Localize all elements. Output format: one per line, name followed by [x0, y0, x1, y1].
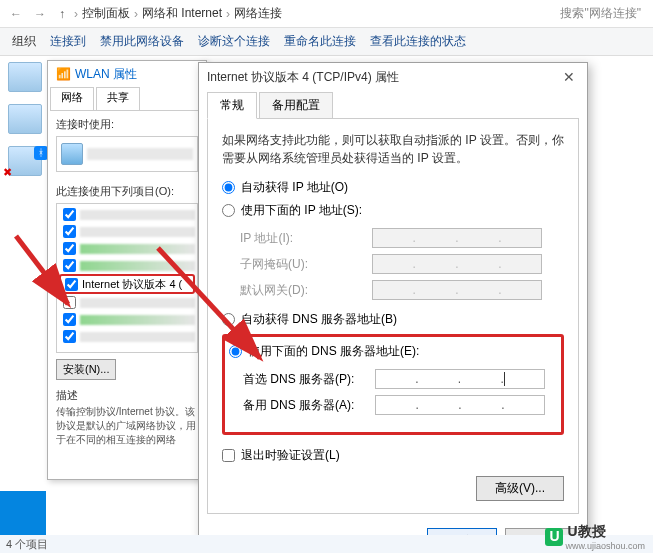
taskbar-fragment — [0, 491, 46, 535]
watermark-logo-icon — [545, 528, 563, 546]
input-mask: ... — [372, 254, 542, 274]
crumb-network-connections[interactable]: 网络连接 — [232, 5, 284, 22]
radio-auto-ip-label: 自动获得 IP 地址(O) — [241, 179, 348, 196]
dialog-tabs: 常规 备用配置 — [207, 91, 579, 118]
adapter-name-box — [56, 136, 198, 172]
watermark: U教授 www.ujiaoshou.com — [545, 523, 645, 551]
label-mask: 子网掩码(U): — [240, 256, 372, 273]
tab-share[interactable]: 共享 — [96, 87, 140, 110]
adapter-icon[interactable] — [8, 104, 42, 134]
help-text: 如果网络支持此功能，则可以获取自动指派的 IP 设置。否则，你需要从网络系统管理… — [222, 131, 564, 167]
dialog-title-bar: Internet 协议版本 4 (TCP/IPv4) 属性 ✕ — [199, 63, 587, 91]
item-checkbox[interactable] — [63, 242, 76, 255]
radio-auto-ip[interactable]: 自动获得 IP 地址(O) — [222, 179, 564, 196]
toolbar-diagnose[interactable]: 诊断这个连接 — [192, 33, 276, 50]
adapter-icon — [61, 143, 83, 165]
item-checkbox[interactable] — [63, 330, 76, 343]
radio-auto-ip-input[interactable] — [222, 181, 235, 194]
list-item[interactable] — [59, 206, 195, 223]
radio-auto-dns[interactable]: 自动获得 DNS 服务器地址(B) — [222, 311, 564, 328]
list-item[interactable] — [59, 294, 195, 311]
wifi-icon: 📶 — [56, 67, 71, 81]
list-item[interactable] — [59, 223, 195, 240]
desc-heading: 描述 — [56, 388, 198, 403]
item-checkbox[interactable] — [63, 313, 76, 326]
crumb-control-panel[interactable]: 控制面板 — [80, 5, 132, 22]
dialog-title-bar: 📶 WLAN 属性 — [48, 61, 206, 87]
watermark-url: www.ujiaoshou.com — [565, 541, 645, 551]
list-item[interactable] — [59, 240, 195, 257]
item-checkbox[interactable] — [65, 278, 78, 291]
input-dns1[interactable]: ... — [375, 369, 545, 389]
chevron-right-icon: › — [226, 7, 230, 21]
item-checkbox[interactable] — [63, 208, 76, 221]
item-label-ipv4: Internet 协议版本 4 ( — [82, 277, 182, 292]
list-item[interactable] — [59, 311, 195, 328]
crumb-network-internet[interactable]: 网络和 Internet — [140, 5, 224, 22]
radio-manual-ip-label: 使用下面的 IP 地址(S): — [241, 202, 362, 219]
checkbox-verify-label: 退出时验证设置(L) — [241, 447, 340, 464]
nav-up-icon[interactable]: ↑ — [52, 4, 72, 24]
radio-manual-ip[interactable]: 使用下面的 IP 地址(S): — [222, 202, 564, 219]
wlan-properties-dialog: 📶 WLAN 属性 网络 共享 连接时使用: 此连接使用下列项目(O): Int… — [47, 60, 207, 480]
desc-text: 传输控制协议/Internet 协议。该协议是默认的广域网络协议，用于在不同的相… — [56, 406, 196, 445]
radio-auto-dns-label: 自动获得 DNS 服务器地址(B) — [241, 311, 397, 328]
radio-manual-dns-label: 使用下面的 DNS 服务器地址(E): — [248, 343, 419, 360]
label-ip: IP 地址(I): — [240, 230, 372, 247]
item-checkbox[interactable] — [63, 259, 76, 272]
toolbar-connect[interactable]: 连接到 — [44, 33, 92, 50]
dialog-title: Internet 协议版本 4 (TCP/IPv4) 属性 — [207, 69, 399, 86]
chevron-right-icon: › — [134, 7, 138, 21]
toolbar-rename[interactable]: 重命名此连接 — [278, 33, 362, 50]
advanced-button[interactable]: 高级(V)... — [476, 476, 564, 501]
radio-manual-ip-input[interactable] — [222, 204, 235, 217]
tab-alternate[interactable]: 备用配置 — [259, 92, 333, 119]
label-dns1: 首选 DNS 服务器(P): — [243, 371, 375, 388]
dns-highlight-box: 使用下面的 DNS 服务器地址(E): 首选 DNS 服务器(P): ... 备… — [222, 334, 564, 435]
label-gateway: 默认网关(D): — [240, 282, 372, 299]
chevron-right-icon: › — [74, 7, 78, 21]
breadcrumb-bar: ← → ↑ › 控制面板 › 网络和 Internet › 网络连接 搜索"网络… — [0, 0, 653, 28]
general-panel: 如果网络支持此功能，则可以获取自动指派的 IP 设置。否则，你需要从网络系统管理… — [207, 118, 579, 514]
item-checkbox[interactable] — [63, 225, 76, 238]
dialog-title: WLAN 属性 — [75, 66, 137, 83]
toolbar-status[interactable]: 查看此连接的状态 — [364, 33, 472, 50]
toolbar: 组织 连接到 禁用此网络设备 诊断这个连接 重命名此连接 查看此连接的状态 — [0, 28, 653, 56]
label-connect-using: 连接时使用: — [56, 117, 198, 132]
label-dns2: 备用 DNS 服务器(A): — [243, 397, 375, 414]
list-item-ipv4[interactable]: Internet 协议版本 4 ( — [59, 274, 195, 294]
checkbox-verify[interactable]: 退出时验证设置(L) — [222, 447, 564, 464]
tab-network[interactable]: 网络 — [50, 87, 94, 110]
watermark-brand: U教授 — [567, 523, 645, 541]
list-item[interactable] — [59, 328, 195, 345]
network-items-list[interactable]: Internet 协议版本 4 ( — [56, 203, 198, 353]
list-item[interactable] — [59, 257, 195, 274]
input-gateway: ... — [372, 280, 542, 300]
close-icon[interactable]: ✕ — [559, 69, 579, 85]
search-box[interactable]: 搜索"网络连接" — [560, 5, 641, 22]
item-checkbox[interactable] — [63, 296, 76, 309]
input-ip: ... — [372, 228, 542, 248]
bluetooth-icon: ᚼ — [34, 146, 48, 160]
adapter-name-blurred — [87, 148, 193, 160]
adapter-list — [8, 62, 46, 188]
nav-back-icon[interactable]: ← — [4, 2, 28, 26]
radio-auto-dns-input[interactable] — [222, 313, 235, 326]
toolbar-organize[interactable]: 组织 — [6, 33, 42, 50]
radio-manual-dns-input[interactable] — [229, 345, 242, 358]
status-item-count: 4 个项目 — [6, 537, 48, 552]
install-button[interactable]: 安装(N)... — [56, 359, 116, 380]
label-items: 此连接使用下列项目(O): — [56, 184, 198, 199]
input-dns2[interactable]: ... — [375, 395, 545, 415]
tab-general[interactable]: 常规 — [207, 92, 257, 119]
nav-fwd-icon: → — [28, 2, 52, 26]
checkbox-verify-input[interactable] — [222, 449, 235, 462]
adapter-icon[interactable] — [8, 62, 42, 92]
ipv4-properties-dialog: Internet 协议版本 4 (TCP/IPv4) 属性 ✕ 常规 备用配置 … — [198, 62, 588, 540]
radio-manual-dns[interactable]: 使用下面的 DNS 服务器地址(E): — [229, 343, 557, 360]
dialog-tabs: 网络 共享 — [50, 87, 204, 111]
toolbar-disable[interactable]: 禁用此网络设备 — [94, 33, 190, 50]
